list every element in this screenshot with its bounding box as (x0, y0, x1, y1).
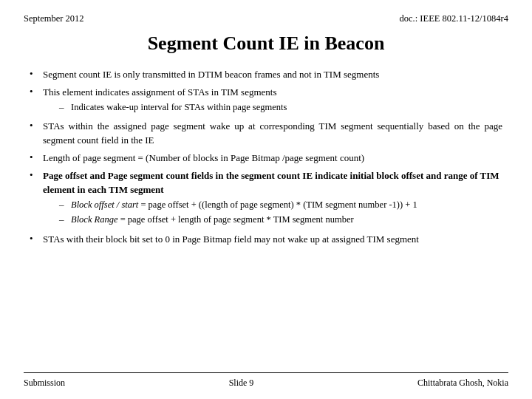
sub-dash: – (59, 101, 71, 113)
list-item: • Page offset and Page segment count fie… (30, 169, 502, 229)
bullet-dot: • (30, 151, 43, 163)
bullet-text: Segment count IE is only transmitted in … (43, 68, 379, 82)
sub-dash: – (59, 199, 71, 211)
footer-author: Chittabrata Ghosh, Nokia (417, 378, 508, 389)
header-date: September 2012 (24, 13, 84, 24)
header: September 2012 doc.: IEEE 802.11-12/1084… (24, 13, 508, 24)
bullet-text: This element indicates assignment of STA… (43, 86, 276, 98)
list-item: • This element indicates assignment of S… (30, 86, 502, 116)
content-area: • Segment count IE is only transmitted i… (24, 68, 508, 366)
sub-bullet-text: Indicates wake-up interval for STAs with… (71, 101, 287, 115)
sub-list-item: – Block offset / start = page offset + (… (59, 199, 502, 212)
bullet-dot: • (30, 120, 43, 132)
bullet-dot: • (30, 68, 43, 80)
bullet-dot: • (30, 169, 43, 181)
bullet-dot: • (30, 233, 43, 245)
footer-submission: Submission (24, 378, 65, 389)
sub-bullet-text: Block Range = page offset + length of pa… (71, 214, 354, 227)
header-doc: doc.: IEEE 802.11-12/1084r4 (400, 13, 508, 24)
footer: Submission Slide 9 Chittabrata Ghosh, No… (24, 372, 508, 389)
list-item: • STAs within the assigned page segment … (30, 120, 502, 148)
list-item: • Segment count IE is only transmitted i… (30, 68, 502, 82)
page: September 2012 doc.: IEEE 802.11-12/1084… (0, 0, 532, 399)
footer-slide: Slide 9 (229, 378, 254, 389)
page-title: Segment Count IE in Beacon (24, 32, 508, 55)
bullet-text: Page offset and Page segment count field… (43, 170, 499, 195)
sub-list-item: – Block Range = page offset + length of … (59, 214, 502, 227)
bullet-text: STAs with their block bit set to 0 in Pa… (43, 233, 419, 247)
bullet-text: STAs within the assigned page segment wa… (43, 120, 502, 148)
bullet-text: Length of page segment = (Number of bloc… (43, 151, 364, 166)
sub-dash: – (59, 214, 71, 225)
sub-bullet-text: Block offset / start = page offset + ((l… (71, 199, 417, 212)
sub-list-item: – Indicates wake-up interval for STAs wi… (59, 101, 287, 115)
list-item: • Length of page segment = (Number of bl… (30, 151, 502, 166)
list-item: • STAs with their block bit set to 0 in … (30, 233, 502, 247)
bullet-dot: • (30, 86, 43, 98)
